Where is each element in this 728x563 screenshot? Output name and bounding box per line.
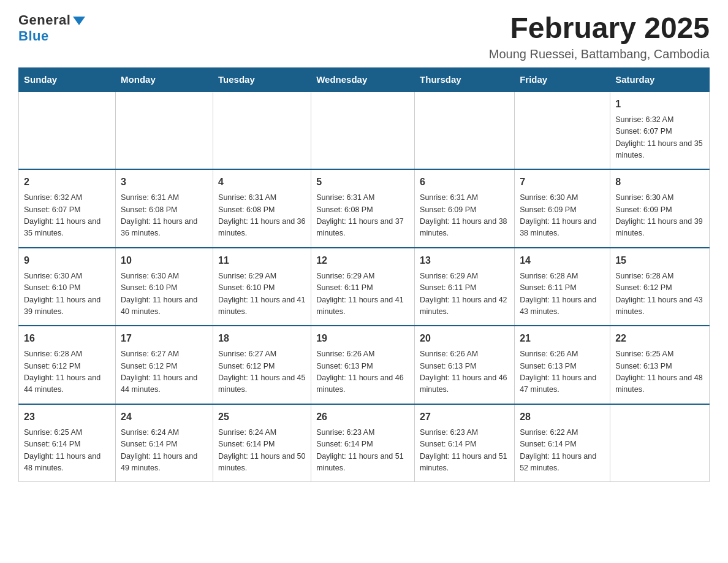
day-number: 1 <box>615 97 704 112</box>
table-row: 13Sunrise: 6:29 AMSunset: 6:11 PMDayligh… <box>415 248 515 326</box>
day-info: Sunrise: 6:28 AMSunset: 6:11 PMDaylight:… <box>520 270 605 318</box>
calendar-week-row: 16Sunrise: 6:28 AMSunset: 6:12 PMDayligh… <box>19 326 710 404</box>
day-number: 10 <box>121 253 208 268</box>
day-info: Sunrise: 6:22 AMSunset: 6:14 PMDaylight:… <box>520 427 605 475</box>
day-number: 6 <box>420 175 509 190</box>
day-number: 9 <box>24 253 110 268</box>
day-number: 18 <box>218 331 306 346</box>
day-info: Sunrise: 6:27 AMSunset: 6:12 PMDaylight:… <box>218 348 306 396</box>
table-row: 27Sunrise: 6:23 AMSunset: 6:14 PMDayligh… <box>415 404 515 482</box>
table-row: 12Sunrise: 6:29 AMSunset: 6:11 PMDayligh… <box>311 248 415 326</box>
day-number: 25 <box>218 410 306 424</box>
table-row: 7Sunrise: 6:30 AMSunset: 6:09 PMDaylight… <box>515 169 610 248</box>
title-block: February 2025 Moung Ruessei, Battambang,… <box>489 12 710 61</box>
calendar-week-row: 9Sunrise: 6:30 AMSunset: 6:10 PMDaylight… <box>19 248 710 326</box>
day-number: 8 <box>615 175 704 190</box>
calendar-week-row: 2Sunrise: 6:32 AMSunset: 6:07 PMDaylight… <box>19 169 710 248</box>
day-number: 17 <box>121 331 208 346</box>
header-wednesday: Wednesday <box>311 67 415 91</box>
day-info: Sunrise: 6:25 AMSunset: 6:13 PMDaylight:… <box>615 348 704 396</box>
table-row: 22Sunrise: 6:25 AMSunset: 6:13 PMDayligh… <box>610 326 710 404</box>
table-row: 20Sunrise: 6:26 AMSunset: 6:13 PMDayligh… <box>415 326 515 404</box>
day-number: 11 <box>218 253 306 268</box>
day-number: 22 <box>615 331 704 346</box>
day-info: Sunrise: 6:29 AMSunset: 6:11 PMDaylight:… <box>316 270 409 318</box>
day-info: Sunrise: 6:23 AMSunset: 6:14 PMDaylight:… <box>316 427 409 475</box>
day-number: 15 <box>615 253 704 268</box>
day-info: Sunrise: 6:31 AMSunset: 6:09 PMDaylight:… <box>420 192 509 240</box>
day-info: Sunrise: 6:28 AMSunset: 6:12 PMDaylight:… <box>24 348 110 396</box>
day-info: Sunrise: 6:31 AMSunset: 6:08 PMDaylight:… <box>316 192 409 240</box>
day-number: 2 <box>24 175 110 190</box>
day-number: 21 <box>520 331 605 346</box>
header-sunday: Sunday <box>19 67 116 91</box>
table-row: 17Sunrise: 6:27 AMSunset: 6:12 PMDayligh… <box>116 326 213 404</box>
day-number: 19 <box>316 331 409 346</box>
table-row <box>515 91 610 170</box>
header-tuesday: Tuesday <box>213 67 311 91</box>
calendar-table: Sunday Monday Tuesday Wednesday Thursday… <box>18 67 710 483</box>
table-row: 1Sunrise: 6:32 AMSunset: 6:07 PMDaylight… <box>610 91 710 170</box>
day-info: Sunrise: 6:27 AMSunset: 6:12 PMDaylight:… <box>121 348 208 396</box>
logo-triangle-icon <box>73 17 85 25</box>
table-row: 3Sunrise: 6:31 AMSunset: 6:08 PMDaylight… <box>116 169 213 248</box>
day-number: 12 <box>316 253 409 268</box>
logo-blue: Blue <box>18 28 49 44</box>
table-row <box>610 404 710 482</box>
day-number: 20 <box>420 331 509 346</box>
day-info: Sunrise: 6:30 AMSunset: 6:09 PMDaylight:… <box>520 192 605 240</box>
table-row <box>116 91 213 170</box>
day-number: 24 <box>121 410 208 424</box>
day-info: Sunrise: 6:25 AMSunset: 6:14 PMDaylight:… <box>24 427 110 475</box>
day-info: Sunrise: 6:24 AMSunset: 6:14 PMDaylight:… <box>121 427 208 475</box>
calendar-week-row: 1Sunrise: 6:32 AMSunset: 6:07 PMDaylight… <box>19 91 710 170</box>
table-row: 9Sunrise: 6:30 AMSunset: 6:10 PMDaylight… <box>19 248 116 326</box>
table-row <box>311 91 415 170</box>
table-row: 24Sunrise: 6:24 AMSunset: 6:14 PMDayligh… <box>116 404 213 482</box>
day-number: 13 <box>420 253 509 268</box>
table-row: 8Sunrise: 6:30 AMSunset: 6:09 PMDaylight… <box>610 169 710 248</box>
day-info: Sunrise: 6:32 AMSunset: 6:07 PMDaylight:… <box>24 192 110 240</box>
table-row: 25Sunrise: 6:24 AMSunset: 6:14 PMDayligh… <box>213 404 311 482</box>
table-row: 16Sunrise: 6:28 AMSunset: 6:12 PMDayligh… <box>19 326 116 404</box>
table-row: 21Sunrise: 6:26 AMSunset: 6:13 PMDayligh… <box>515 326 610 404</box>
table-row: 14Sunrise: 6:28 AMSunset: 6:11 PMDayligh… <box>515 248 610 326</box>
table-row: 28Sunrise: 6:22 AMSunset: 6:14 PMDayligh… <box>515 404 610 482</box>
page-subtitle: Moung Ruessei, Battambang, Cambodia <box>489 47 710 61</box>
day-info: Sunrise: 6:29 AMSunset: 6:10 PMDaylight:… <box>218 270 306 318</box>
day-number: 23 <box>24 410 110 424</box>
table-row: 19Sunrise: 6:26 AMSunset: 6:13 PMDayligh… <box>311 326 415 404</box>
calendar-week-row: 23Sunrise: 6:25 AMSunset: 6:14 PMDayligh… <box>19 404 710 482</box>
day-info: Sunrise: 6:23 AMSunset: 6:14 PMDaylight:… <box>420 427 509 475</box>
header-thursday: Thursday <box>415 67 515 91</box>
table-row: 4Sunrise: 6:31 AMSunset: 6:08 PMDaylight… <box>213 169 311 248</box>
day-number: 27 <box>420 410 509 424</box>
table-row: 5Sunrise: 6:31 AMSunset: 6:08 PMDaylight… <box>311 169 415 248</box>
day-number: 7 <box>520 175 605 190</box>
day-info: Sunrise: 6:30 AMSunset: 6:10 PMDaylight:… <box>121 270 208 318</box>
day-number: 16 <box>24 331 110 346</box>
header-friday: Friday <box>515 67 610 91</box>
table-row <box>19 91 116 170</box>
table-row <box>415 91 515 170</box>
day-number: 14 <box>520 253 605 268</box>
table-row <box>213 91 311 170</box>
table-row: 23Sunrise: 6:25 AMSunset: 6:14 PMDayligh… <box>19 404 116 482</box>
table-row: 2Sunrise: 6:32 AMSunset: 6:07 PMDaylight… <box>19 169 116 248</box>
table-row: 15Sunrise: 6:28 AMSunset: 6:12 PMDayligh… <box>610 248 710 326</box>
header-saturday: Saturday <box>610 67 710 91</box>
day-number: 5 <box>316 175 409 190</box>
weekday-header-row: Sunday Monday Tuesday Wednesday Thursday… <box>19 67 710 91</box>
day-info: Sunrise: 6:26 AMSunset: 6:13 PMDaylight:… <box>316 348 409 396</box>
day-info: Sunrise: 6:30 AMSunset: 6:09 PMDaylight:… <box>615 192 704 240</box>
day-info: Sunrise: 6:24 AMSunset: 6:14 PMDaylight:… <box>218 427 306 475</box>
day-number: 28 <box>520 410 605 424</box>
logo-general: General <box>18 12 70 28</box>
table-row: 26Sunrise: 6:23 AMSunset: 6:14 PMDayligh… <box>311 404 415 482</box>
header: General Blue February 2025 Moung Ruessei… <box>18 12 710 61</box>
table-row: 10Sunrise: 6:30 AMSunset: 6:10 PMDayligh… <box>116 248 213 326</box>
table-row: 6Sunrise: 6:31 AMSunset: 6:09 PMDaylight… <box>415 169 515 248</box>
day-info: Sunrise: 6:31 AMSunset: 6:08 PMDaylight:… <box>121 192 208 240</box>
table-row: 18Sunrise: 6:27 AMSunset: 6:12 PMDayligh… <box>213 326 311 404</box>
day-info: Sunrise: 6:32 AMSunset: 6:07 PMDaylight:… <box>615 114 704 162</box>
